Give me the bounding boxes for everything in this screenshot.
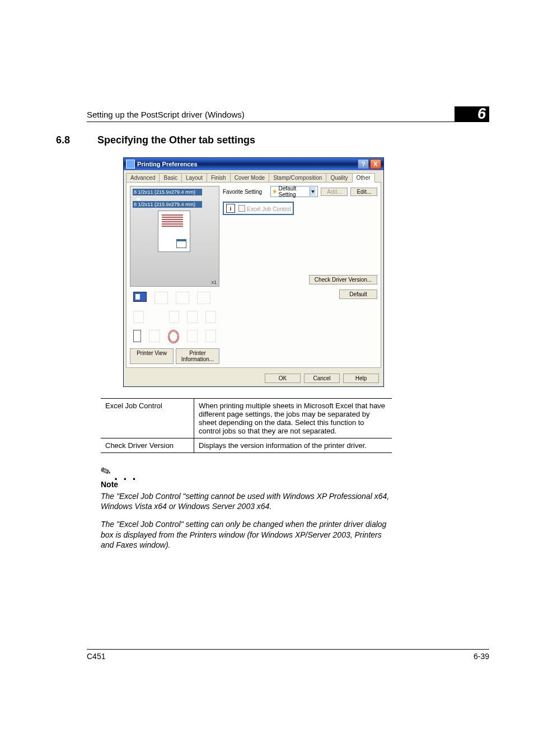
note-paragraph-1: The "Excel Job Control "setting cannot b… — [101, 491, 392, 511]
favorite-setting-combo[interactable]: Default Setting — [270, 186, 318, 197]
paper-preview-icon — [158, 211, 190, 252]
titlebar-help-button[interactable]: ? — [358, 159, 369, 169]
zoom-indicator: x1 — [211, 279, 217, 285]
calendar-icon — [176, 239, 186, 248]
titlebar-close-button[interactable]: X — [370, 159, 381, 169]
header-setup-text: Setting up the PostScript driver (Window… — [87, 110, 245, 119]
ok-button[interactable]: OK — [265, 374, 301, 383]
tab-cover-mode[interactable]: Cover Mode — [230, 173, 269, 182]
footer-model: C451 — [87, 652, 105, 661]
table-row: Check Driver Version Displays the versio… — [101, 438, 392, 453]
note-paragraph-2: The "Excel Job Control" setting can only… — [101, 519, 392, 550]
page-preview-panel: 8 1/2x11 (215.9x279.4 mm) 8 1/2x11 (215.… — [130, 186, 219, 287]
resize-icon — [187, 330, 198, 342]
td-excel-label: Excel Job Control — [101, 399, 194, 438]
edit-favorite-button[interactable]: Edit... — [350, 188, 377, 196]
printer-information-button[interactable]: Printer Information... — [176, 348, 219, 364]
printing-preferences-window: Printing Preferences ? X Advanced Basic … — [123, 157, 384, 387]
tab-strip: Advanced Basic Layout Finish Cover Mode … — [124, 170, 383, 182]
tab-other[interactable]: Other — [352, 173, 375, 183]
chevron-down-icon[interactable] — [310, 187, 316, 196]
folder-icon — [176, 292, 189, 304]
default-button[interactable]: Default — [339, 290, 377, 299]
note-heading: Note — [101, 480, 489, 489]
gear-icon[interactable] — [168, 330, 179, 343]
favorite-setting-value: Default Setting — [279, 185, 306, 198]
monitor-icon[interactable] — [133, 292, 147, 302]
table-row: Excel Job Control When printing multiple… — [101, 399, 392, 438]
td-check-desc: Displays the version information of the … — [194, 438, 392, 453]
tab-stamp-composition[interactable]: Stamp/Composition — [269, 173, 326, 182]
globe-icon — [205, 311, 216, 323]
td-excel-desc: When printing multiple sheets in Microso… — [194, 399, 392, 438]
td-check-label: Check Driver Version — [101, 438, 194, 453]
tab-quality[interactable]: Quality — [326, 173, 352, 182]
icon-box-1 — [154, 292, 168, 304]
tab-finish[interactable]: Finish — [207, 173, 231, 182]
lock-icon — [197, 292, 210, 304]
app-icon — [126, 160, 135, 169]
original-size-bar: 8 1/2x11 (215.9x279.4 mm) — [133, 189, 202, 195]
person-icon — [149, 330, 160, 342]
section-number: 6.8 — [56, 134, 84, 146]
page-icon[interactable] — [133, 330, 141, 342]
excel-job-control-checkbox[interactable] — [238, 205, 245, 212]
excel-job-control-label: Excel Job Control — [247, 206, 291, 212]
chapter-number-badge: 6 — [455, 106, 489, 122]
ellipsis-icon: . . . — [114, 473, 137, 479]
tab-layout[interactable]: Layout — [181, 173, 207, 182]
output-size-bar: 8 1/2x11 (215.9x279.4 mm) — [133, 201, 202, 208]
tab-basic[interactable]: Basic — [159, 173, 181, 182]
footer-page-number: 6-39 — [474, 652, 489, 661]
section-title: Specifying the Other tab settings — [97, 134, 255, 146]
help-button[interactable]: Help — [343, 374, 379, 383]
favorite-setting-label: Favorite Setting — [223, 189, 268, 195]
cancel-button[interactable]: Cancel — [304, 374, 340, 383]
pen-icon: ✎ — [99, 463, 113, 480]
copies-icon — [133, 311, 144, 323]
info-icon[interactable]: i — [226, 204, 235, 213]
star-icon — [273, 189, 277, 194]
add-favorite-button: Add... — [321, 188, 348, 196]
check-driver-version-button[interactable]: Check Driver Version... — [309, 275, 377, 284]
list-icon — [205, 330, 216, 342]
letter-a-icon — [169, 311, 180, 323]
settings-description-table: Excel Job Control When printing multiple… — [101, 398, 392, 453]
tab-advanced[interactable]: Advanced — [126, 173, 160, 182]
option-iconbar: i Excel Job Control — [223, 202, 294, 215]
printer-view-button[interactable]: Printer View — [130, 348, 174, 364]
grid-icon — [187, 311, 198, 323]
window-title: Printing Preferences — [137, 161, 198, 167]
